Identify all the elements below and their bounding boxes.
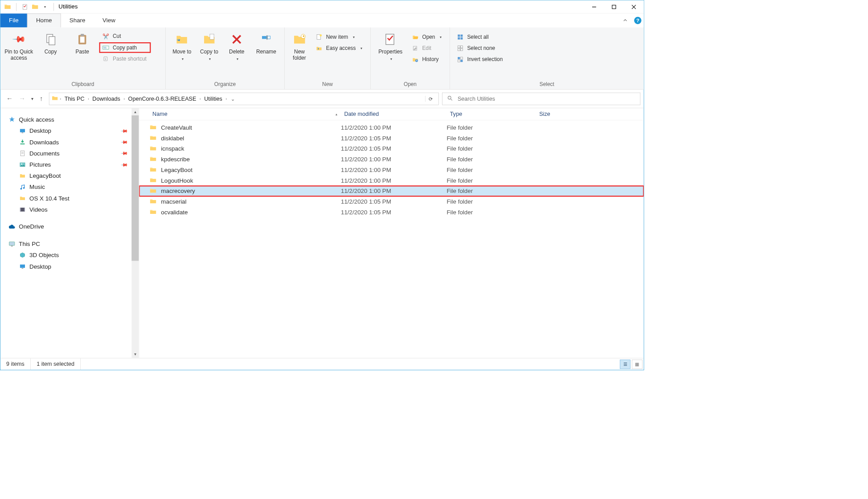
nav-forward-button[interactable]: → [19,95,25,102]
select-none-button[interactable]: Select none [454,43,507,53]
file-row[interactable]: macrecovery 11/2/2020 1:00 PM File folde… [139,186,643,196]
paste-shortcut-button[interactable]: Paste shortcut [99,54,150,64]
column-type[interactable]: Type [446,111,536,118]
sidebar-item-label: Videos [29,206,48,213]
sidebar-scrollbar[interactable]: ▲ ▼ [131,108,139,358]
file-row[interactable]: ocvalidate 11/2/2020 1:05 PM File folder [139,207,643,217]
sidebar-item-desktop[interactable]: Desktop 📌 [7,125,136,136]
chevron-right-icon[interactable]: › [225,96,227,101]
copy-path-button[interactable]: \\\\ Copy path [99,43,150,53]
nav-back-button[interactable]: ← [6,95,13,102]
new-item-button[interactable]: New item [313,32,366,42]
refresh-button[interactable]: ⟳ [425,96,436,102]
file-row[interactable]: CreateVault 11/2/2020 1:00 PM File folde… [139,123,643,133]
copy-to-button[interactable]: Copy to [197,30,221,61]
easy-access-label: Easy access [326,45,356,51]
delete-button[interactable]: Delete [224,30,250,61]
sidebar-this-pc-label: This PC [19,241,40,248]
view-thumbnails-button[interactable]: ▦ [632,360,643,369]
breadcrumb-3[interactable]: Utilities [202,95,225,102]
file-row[interactable]: icnspack 11/2/2020 1:05 PM File folder [139,143,643,154]
scroll-down-icon[interactable]: ▼ [131,351,139,358]
file-row[interactable]: kpdescribe 11/2/2020 1:00 PM File folder [139,154,643,165]
chevron-right-icon[interactable]: › [123,96,125,101]
open-button[interactable]: Open [409,32,446,42]
pin-quick-access-button[interactable]: 📌 Pin to Quick access [4,30,33,61]
column-date[interactable]: Date modified [341,111,446,118]
folder-icon [149,208,158,217]
sidebar-quick-access[interactable]: Quick access [7,114,136,125]
sidebar-item-music[interactable]: Music [7,181,136,192]
file-row[interactable]: LegacyBoot 11/2/2020 1:00 PM File folder [139,165,643,176]
help-button[interactable]: ? [632,13,644,27]
file-date: 11/2/2020 1:05 PM [341,145,446,152]
column-size[interactable]: Size [536,111,644,118]
breadcrumb-0[interactable]: This PC [62,95,86,102]
sidebar-item-3d-objects[interactable]: 3D Objects [7,250,136,261]
edit-button[interactable]: Edit [409,43,446,53]
move-to-button[interactable]: Move to [170,30,194,61]
rename-button[interactable]: Rename [252,30,280,55]
breadcrumb-2[interactable]: OpenCore-0.6.3-RELEASE [126,95,198,102]
sidebar-item-os-x-10.4-test[interactable]: OS X 10.4 Test [7,193,136,204]
tab-view[interactable]: View [94,13,124,27]
sidebar-this-pc[interactable]: This PC [7,238,136,250]
view-details-button[interactable]: ☰ [620,360,631,369]
qat-folder-icon[interactable] [31,3,39,11]
sidebar-item-downloads[interactable]: Downloads 📌 [7,136,136,147]
search-input[interactable] [458,95,635,102]
invert-selection-button[interactable]: Invert selection [454,54,507,64]
file-name: LogoutHook [161,177,341,184]
new-folder-button[interactable]: ✦ New folder [289,30,310,61]
search-box[interactable] [442,92,640,105]
address-bar[interactable]: › This PC › Downloads › OpenCore-0.6.3-R… [49,92,439,105]
open-icon [412,33,419,41]
tab-file[interactable]: File [0,13,27,27]
close-button[interactable] [624,0,644,13]
sidebar-item-pictures[interactable]: Pictures 📌 [7,159,136,170]
chevron-right-icon[interactable]: › [200,96,201,101]
qat-dropdown-icon[interactable]: ▾ [41,3,49,11]
scroll-up-icon[interactable]: ▲ [131,108,139,115]
sidebar-item-desktop[interactable]: Desktop [7,261,136,272]
svg-text:\\\\: \\\\ [103,46,106,49]
file-type: File folder [446,135,536,142]
cut-label: Cut [113,33,121,39]
scroll-thumb[interactable] [131,115,139,261]
svg-rect-31 [460,46,463,48]
cut-button[interactable]: ✂️ Cut [99,31,150,41]
qat-properties-icon[interactable] [21,3,29,11]
sidebar-item-documents[interactable]: Documents 📌 [7,148,136,159]
minimize-button[interactable] [584,0,604,13]
maximize-button[interactable] [604,0,624,13]
file-name: kpdescribe [161,156,341,163]
sidebar-item-legacyboot[interactable]: LegacyBoot [7,170,136,181]
file-row[interactable]: LogoutHook 11/2/2020 1:00 PM File folder [139,175,643,186]
address-dropdown-button[interactable]: ⌄ [228,96,238,102]
easy-access-button[interactable]: Easy access [313,43,366,53]
ribbon: 📌 Pin to Quick access Copy Paste [0,28,644,90]
star-icon [8,116,16,123]
sidebar-item-videos[interactable]: Videos [7,204,136,215]
select-all-button[interactable]: Select all [454,32,507,42]
tab-share[interactable]: Share [61,13,94,27]
sidebar-onedrive[interactable]: OneDrive [7,221,136,232]
chevron-right-icon[interactable]: › [60,96,61,101]
history-button[interactable]: History [409,54,446,64]
tab-home[interactable]: Home [27,13,61,27]
nav-recent-button[interactable]: ▾ [31,96,33,101]
properties-button[interactable]: Properties [375,30,406,61]
breadcrumb-1[interactable]: Downloads [90,95,122,102]
status-bar: 9 items 1 item selected ☰ ▦ [0,358,644,370]
paste-button[interactable]: Paste [68,30,97,55]
chevron-right-icon[interactable]: › [88,96,89,101]
copy-button[interactable]: Copy [36,30,65,55]
sort-asc-icon: ▴ [336,112,337,116]
nav-up-button[interactable]: ↑ [40,95,43,102]
sidebar-item-icon [19,150,26,157]
file-row[interactable]: disklabel 11/2/2020 1:05 PM File folder [139,133,643,143]
column-name[interactable]: Name ▴ [149,111,341,118]
collapse-ribbon-button[interactable] [618,13,632,27]
file-row[interactable]: macserial 11/2/2020 1:05 PM File folder [139,196,643,207]
sidebar-item-icon [19,263,26,270]
